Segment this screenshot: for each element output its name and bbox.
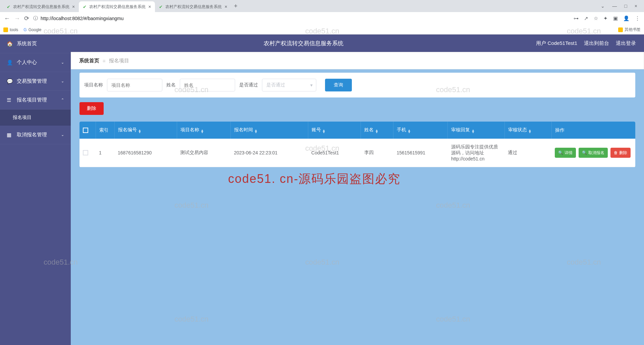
sidebar: 🏠系统首页 👤个人中心⌄ 💬交易预警管理⌄ ☰报名项目管理⌃ 报名项目 ▦取消报… — [0, 34, 71, 345]
cell-actions: 🔍详情 🔍取消报名 🗑删除 — [551, 139, 635, 167]
chevron-down-icon: ⌄ — [61, 60, 64, 65]
select-placeholder: 是否通过 — [266, 82, 285, 88]
bookmark-google[interactable]: GGoogle — [23, 27, 41, 32]
logout-link[interactable]: 退出登录 — [616, 40, 636, 47]
filter-pass-select[interactable]: 是否通过 — [262, 79, 316, 91]
app-title: 农村产权流转交易信息服务系统 — [71, 40, 536, 47]
table-header-row: 索引 报名编号▲▼ 项目名称▲▼ 报名时间▲▼ 账号▲▼ 姓名▲▼ 手机▲▼ 审… — [79, 122, 635, 139]
bookmark-other[interactable]: 其他书签 — [618, 27, 641, 32]
tab-bar: ✔农村产权流转交易信息服务系统× ✔农村产权流转交易信息服务系统× ✔农村产权流… — [0, 0, 644, 12]
col-phone[interactable]: 手机▲▼ — [393, 122, 447, 139]
delete-button[interactable]: 删除 — [79, 102, 104, 115]
delete-bar: 删除 — [79, 102, 635, 115]
grid-icon: ▦ — [7, 132, 12, 138]
sidebar-label: 取消报名管理 — [17, 132, 47, 138]
cell-reply: 源码乐园专注提供优质源码，访问地址http://code51.cn — [448, 139, 504, 167]
back-icon[interactable]: ← — [4, 15, 10, 22]
close-icon[interactable]: × — [72, 4, 75, 9]
cancel-reg-button[interactable]: 🔍取消报名 — [579, 148, 608, 158]
user-icon: 👤 — [7, 60, 12, 66]
sidebar-sub-register-project[interactable]: 报名项目 — [0, 110, 71, 126]
close-icon[interactable]: × — [224, 4, 227, 9]
chat-icon: 💬 — [7, 78, 12, 84]
sidebar-item-cancel[interactable]: ▦取消报名管理⌄ — [0, 126, 71, 144]
tab-title: 农村产权流转交易信息服务系统 — [89, 4, 146, 10]
bookmark-tools[interactable]: tools — [3, 27, 18, 32]
panel-icon[interactable]: ▣ — [613, 15, 618, 21]
cell-phone: 15615615991 — [393, 139, 447, 167]
reload-icon[interactable]: ⟳ — [24, 15, 29, 22]
url-text: http://localhost:8082/#/baomingxiangmu — [41, 16, 124, 21]
col-reply[interactable]: 审核回复▲▼ — [448, 122, 504, 139]
breadcrumb-home[interactable]: 系统首页 — [79, 58, 99, 64]
minimize-icon[interactable]: — — [612, 3, 617, 9]
bookmark-label: Google — [29, 27, 42, 32]
menu-icon[interactable]: ⋮ — [635, 15, 640, 21]
col-status[interactable]: 审核状态▲▼ — [504, 122, 551, 139]
folder-icon — [3, 27, 8, 32]
url-input[interactable]: ⓘ http://localhost:8082/#/baomingxiangmu — [33, 15, 570, 21]
new-tab-button[interactable]: + — [234, 3, 238, 10]
chevron-down-icon[interactable]: ⌄ — [601, 3, 605, 9]
col-name[interactable]: 姓名▲▼ — [361, 122, 393, 139]
profile-icon[interactable]: 👤 — [623, 15, 630, 21]
sort-icon: ▲▼ — [254, 129, 258, 133]
logout-front-link[interactable]: 退出到前台 — [584, 40, 609, 47]
row-checkbox[interactable] — [83, 150, 88, 155]
sort-icon: ▲▼ — [408, 129, 411, 133]
browser-tab[interactable]: ✔农村产权流转交易信息服务系统× — [79, 1, 155, 12]
extensions-icon[interactable]: ✦ — [603, 15, 608, 21]
cell-regno: 1687616581290 — [114, 139, 177, 167]
col-regno[interactable]: 报名编号▲▼ — [114, 122, 177, 139]
cell-project: 测试交易内容 — [177, 139, 230, 167]
maximize-icon[interactable]: □ — [624, 3, 627, 9]
list-icon: ☰ — [7, 97, 12, 103]
close-icon[interactable]: × — [635, 3, 637, 9]
sidebar-item-alert[interactable]: 💬交易预警管理⌄ — [0, 72, 71, 91]
user-label: 用户 Code51Test1 — [536, 40, 577, 47]
close-icon[interactable]: × — [148, 4, 151, 9]
browser-tab[interactable]: ✔农村产权流转交易信息服务系统× — [3, 1, 79, 12]
sort-icon: ▲▼ — [528, 129, 532, 133]
sidebar-label: 个人中心 — [17, 59, 37, 66]
cell-account: Code51Test1 — [308, 139, 361, 167]
address-bar: ← → ⟳ ⓘ http://localhost:8082/#/baomingx… — [0, 12, 644, 25]
browser-chrome: ✔农村产权流转交易信息服务系统× ✔农村产权流转交易信息服务系统× ✔农村产权流… — [0, 0, 644, 34]
col-time[interactable]: 报名时间▲▼ — [230, 122, 308, 139]
app: 🏠系统首页 👤个人中心⌄ 💬交易预警管理⌄ ☰报名项目管理⌃ 报名项目 ▦取消报… — [0, 34, 644, 345]
star-icon[interactable]: ☆ — [594, 15, 598, 21]
row-delete-button[interactable]: 🗑删除 — [610, 148, 631, 158]
sidebar-sub-label: 报名项目 — [13, 115, 32, 121]
sort-icon: ▲▼ — [375, 129, 378, 133]
sidebar-item-home[interactable]: 🏠系统首页 — [0, 34, 71, 53]
forward-icon: → — [14, 15, 20, 22]
key-icon[interactable]: ⊶ — [574, 15, 579, 21]
sidebar-label: 交易预警管理 — [17, 78, 47, 84]
sidebar-item-register[interactable]: ☰报名项目管理⌃ — [0, 91, 71, 110]
home-icon: 🏠 — [7, 41, 12, 47]
browser-tab[interactable]: ✔农村产权流转交易信息服务系统× — [155, 1, 231, 12]
sidebar-item-personal[interactable]: 👤个人中心⌄ — [0, 53, 71, 72]
filter-project-input[interactable] — [107, 79, 162, 91]
checkbox-all[interactable] — [83, 128, 88, 133]
main-area: 农村产权流转交易信息服务系统 用户 Code51Test1 退出到前台 退出登录… — [71, 34, 644, 345]
sort-icon: ▲▼ — [201, 129, 204, 133]
detail-button[interactable]: 🔍详情 — [555, 148, 576, 158]
cell-name: 李四 — [361, 139, 393, 167]
filter-name-input[interactable] — [180, 79, 235, 91]
col-account[interactable]: 账号▲▼ — [308, 122, 361, 139]
search-icon: 🔍 — [558, 150, 563, 155]
filter-pass-label: 是否通过 — [239, 82, 258, 88]
bookmark-label: tools — [10, 27, 18, 32]
filter-name-label: 姓名 — [166, 82, 176, 88]
col-index[interactable]: 索引 — [96, 122, 114, 139]
sort-icon: ▲▼ — [322, 129, 326, 133]
info-icon[interactable]: ⓘ — [33, 15, 38, 21]
cell-time: 2023-06-24 22:23:01 — [230, 139, 308, 167]
breadcrumb-current: 报名项目 — [109, 58, 129, 64]
sort-icon: ▲▼ — [138, 129, 142, 133]
query-button[interactable]: 查询 — [325, 79, 352, 91]
share-icon[interactable]: ↗ — [584, 15, 588, 21]
col-project[interactable]: 项目名称▲▼ — [177, 122, 230, 139]
data-table: 索引 报名编号▲▼ 项目名称▲▼ 报名时间▲▼ 账号▲▼ 姓名▲▼ 手机▲▼ 审… — [79, 122, 635, 167]
